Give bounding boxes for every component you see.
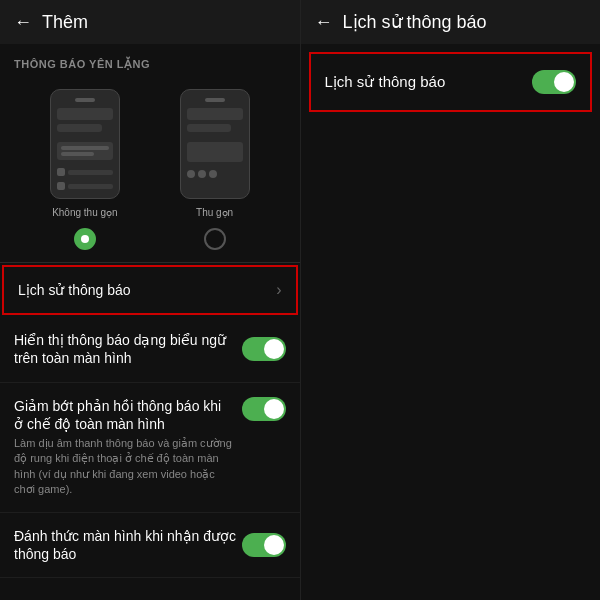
- preview-item-collapsed[interactable]: Thu gọn: [180, 89, 250, 218]
- left-header-title: Thêm: [42, 12, 88, 33]
- notif-bar-2: [57, 124, 102, 132]
- back-button-left[interactable]: ←: [14, 12, 32, 33]
- dot-1: [187, 170, 195, 178]
- menu-item-danh-thuc-text: Đánh thức màn hình khi nhận được thông b…: [14, 527, 242, 563]
- toggle-right-lich-su[interactable]: [532, 70, 576, 94]
- small-notif-2: [57, 182, 65, 190]
- phone-notch-2: [205, 98, 225, 102]
- menu-item-giam-bot-text: Giảm bớt phản hồi thông báo khi ở chế độ…: [14, 397, 234, 433]
- menu-item-lich-su[interactable]: Lịch sử thông báo ›: [2, 265, 298, 315]
- phone-notch-1: [75, 98, 95, 102]
- menu-item-hien-thi-text: Hiển thị thông báo dạng biểu ngữ trên to…: [14, 331, 242, 367]
- notif-expanded-1: [57, 142, 113, 160]
- right-header: ← Lịch sử thông báo: [301, 0, 601, 44]
- section-label: THÔNG BÁO YÊN LẶNG: [0, 44, 300, 79]
- small-notif-bar-1: [68, 170, 113, 175]
- toggle-danh-thuc[interactable]: [242, 533, 286, 557]
- preview-label-collapsed: Thu gọn: [196, 207, 233, 218]
- preview-item-expanded[interactable]: Không thu gọn: [50, 89, 120, 218]
- small-notif-1: [57, 168, 65, 176]
- phone-mockup-collapsed: [180, 89, 250, 199]
- menu-item-hien-thi[interactable]: Hiển thị thông báo dạng biểu ngữ trên to…: [0, 317, 300, 382]
- menu-item-giam-bot-sub: Làm dịu âm thanh thông báo và giảm cường…: [14, 436, 234, 498]
- toggle-hien-thi[interactable]: [242, 337, 286, 361]
- right-item-text: Lịch sử thông báo: [325, 73, 446, 91]
- divider-top: [0, 262, 300, 263]
- notif-collapsed-bar: [187, 142, 243, 162]
- right-header-title: Lịch sử thông báo: [343, 11, 487, 33]
- preview-label-expanded: Không thu gọn: [52, 207, 118, 218]
- menu-item-giam-bot-content: Giảm bớt phản hồi thông báo khi ở chế độ…: [14, 397, 234, 498]
- notif-bar-1: [57, 108, 113, 120]
- left-header: ← Thêm: [0, 0, 300, 44]
- menu-item-giam-bot[interactable]: Giảm bớt phản hồi thông báo khi ở chế độ…: [0, 383, 300, 513]
- notif-bar-3: [187, 108, 243, 120]
- radio-collapsed[interactable]: [204, 228, 226, 250]
- notification-previews: Không thu gọn Thu gọn: [0, 79, 300, 224]
- dot-3: [209, 170, 217, 178]
- notif-line-1: [61, 146, 109, 150]
- chevron-icon: ›: [276, 281, 281, 299]
- back-button-right[interactable]: ←: [315, 12, 333, 33]
- phone-mockup-expanded: [50, 89, 120, 199]
- notif-bar-4: [187, 124, 232, 132]
- small-notif-bar-2: [68, 184, 113, 189]
- radio-row: [0, 224, 300, 262]
- notif-line-2: [61, 152, 95, 156]
- menu-item-danh-thuc[interactable]: Đánh thức màn hình khi nhận được thông b…: [0, 513, 300, 578]
- right-item-lich-su[interactable]: Lịch sử thông báo: [309, 52, 593, 112]
- dot-2: [198, 170, 206, 178]
- left-panel: ← Thêm THÔNG BÁO YÊN LẶNG: [0, 0, 301, 600]
- right-panel: ← Lịch sử thông báo Lịch sử thông báo: [301, 0, 601, 600]
- radio-expanded[interactable]: [74, 228, 96, 250]
- toggle-giam-bot[interactable]: [242, 397, 286, 421]
- menu-item-lich-su-text: Lịch sử thông báo: [18, 281, 268, 299]
